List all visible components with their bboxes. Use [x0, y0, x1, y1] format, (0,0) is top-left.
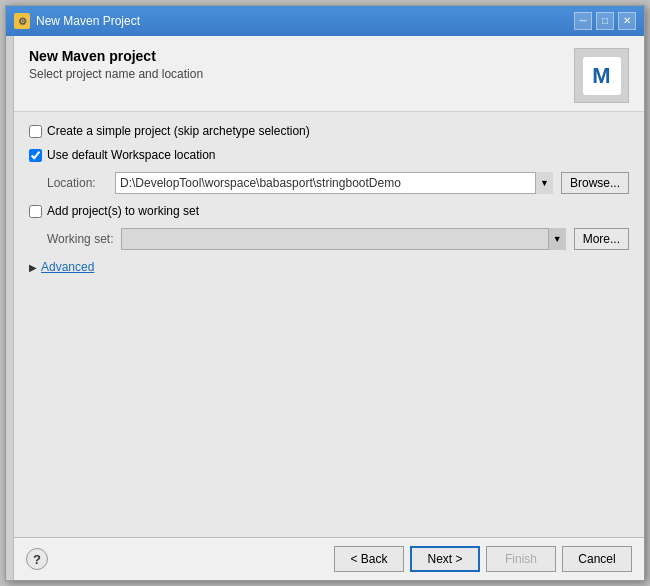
- more-button[interactable]: More...: [574, 228, 629, 250]
- maximize-button[interactable]: □: [596, 12, 614, 30]
- simple-project-label[interactable]: Create a simple project (skip archetype …: [47, 124, 310, 138]
- add-working-set-label[interactable]: Add project(s) to working set: [47, 204, 199, 218]
- title-bar: ⚙ New Maven Project ─ □ ✕: [6, 6, 644, 36]
- default-workspace-label[interactable]: Use default Workspace location: [47, 148, 216, 162]
- location-input-wrapper: ▼: [115, 172, 553, 194]
- maven-logo-letter: M: [583, 57, 621, 95]
- cancel-button[interactable]: Cancel: [562, 546, 632, 572]
- close-button[interactable]: ✕: [618, 12, 636, 30]
- empty-space: [29, 284, 629, 525]
- window-icon: ⚙: [14, 13, 30, 29]
- working-set-input[interactable]: [121, 228, 565, 250]
- location-label: Location:: [47, 176, 107, 190]
- header-section: New Maven project Select project name an…: [14, 36, 644, 112]
- footer-left: ?: [26, 548, 48, 570]
- working-set-label: Working set:: [47, 232, 113, 246]
- advanced-label[interactable]: Advanced: [41, 260, 94, 274]
- next-button[interactable]: Next >: [410, 546, 480, 572]
- window-title: New Maven Project: [36, 14, 140, 28]
- working-set-wrapper: ▼: [121, 228, 565, 250]
- header-text: New Maven project Select project name an…: [29, 48, 564, 81]
- main-content: New Maven project Select project name an…: [14, 36, 644, 580]
- minimize-button[interactable]: ─: [574, 12, 592, 30]
- left-accent-bar: [6, 36, 14, 580]
- advanced-arrow-icon: ▶: [29, 262, 37, 273]
- location-input[interactable]: [115, 172, 553, 194]
- window-controls: ─ □ ✕: [574, 12, 636, 30]
- title-bar-left: ⚙ New Maven Project: [14, 13, 140, 29]
- location-row: Location: ▼ Browse...: [47, 172, 629, 194]
- maven-logo: M: [574, 48, 629, 103]
- form-section: Create a simple project (skip archetype …: [14, 112, 644, 537]
- content-area: New Maven project Select project name an…: [6, 36, 644, 580]
- browse-button[interactable]: Browse...: [561, 172, 629, 194]
- default-workspace-row: Use default Workspace location: [29, 148, 629, 162]
- dialog-subtitle: Select project name and location: [29, 67, 564, 81]
- simple-project-row: Create a simple project (skip archetype …: [29, 124, 629, 138]
- footer-buttons: < Back Next > Finish Cancel: [334, 546, 632, 572]
- advanced-row[interactable]: ▶ Advanced: [29, 260, 629, 274]
- add-working-set-checkbox[interactable]: [29, 205, 42, 218]
- working-set-row: Working set: ▼ More...: [47, 228, 629, 250]
- dialog-window: ⚙ New Maven Project ─ □ ✕ New Maven proj…: [5, 5, 645, 581]
- back-button[interactable]: < Back: [334, 546, 404, 572]
- help-button[interactable]: ?: [26, 548, 48, 570]
- location-dropdown-arrow[interactable]: ▼: [535, 172, 553, 194]
- default-workspace-checkbox[interactable]: [29, 149, 42, 162]
- finish-button[interactable]: Finish: [486, 546, 556, 572]
- simple-project-checkbox[interactable]: [29, 125, 42, 138]
- working-set-dropdown-arrow[interactable]: ▼: [548, 228, 566, 250]
- dialog-title: New Maven project: [29, 48, 564, 64]
- footer-section: ? < Back Next > Finish Cancel: [14, 537, 644, 580]
- add-working-set-row: Add project(s) to working set: [29, 204, 629, 218]
